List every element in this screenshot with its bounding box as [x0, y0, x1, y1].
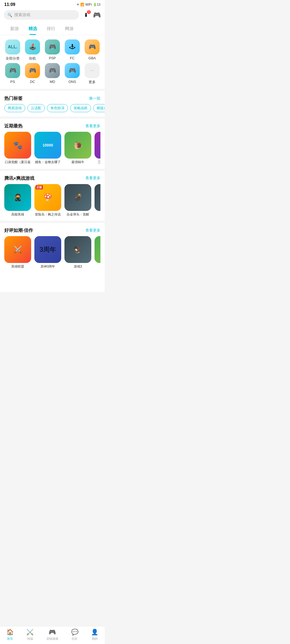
game-icon-fish: 10000	[34, 132, 61, 159]
hot-tags-refresh[interactable]: 换一批	[89, 96, 100, 101]
category-ps-label: PS	[10, 80, 15, 84]
tencent-section: 🥷 高能英雄 🍄 正版 冒险岛：枫之传说 💣 合金弹头：觉醒 🪖	[0, 184, 105, 221]
game-icon-snail: 🐌	[64, 132, 91, 159]
signal-icon: 📶	[80, 3, 84, 6]
game-label-review-2: 原神3周年	[34, 265, 61, 269]
tencent-game-list: 🥷 高能英雄 🍄 正版 冒险岛：枫之传说 💣 合金弹头：觉醒 🪖	[4, 184, 100, 217]
game-item-darkzone[interactable]: 🪖 暗区突围	[95, 184, 100, 217]
category-more-label: 更多	[89, 80, 96, 85]
tags-list: 网易游戏 云适配 角色扮演 策略战棋 横版过关 格斗	[0, 104, 105, 116]
game-item-review-1[interactable]: ⚔️ 英雄联盟	[4, 236, 31, 269]
game-item-snail[interactable]: 🐌 最强蜗牛	[64, 132, 91, 164]
status-icons: ✳ 📶 WiFi 🔋13	[77, 3, 100, 6]
hot-tags-header: 热门标签 换一批	[0, 91, 105, 104]
category-fc-label: FC	[70, 56, 74, 60]
category-md[interactable]: 🎮 MD	[43, 63, 62, 85]
recent-hot-title: 近期最热	[4, 123, 23, 129]
game-label-metalbullet: 合金弹头：觉醒	[64, 213, 91, 217]
category-gba[interactable]: 🎮 GBA	[83, 39, 102, 61]
game-label-darkzone: 暗区突围	[95, 213, 100, 217]
battery-icon: 🔋13	[93, 3, 100, 6]
download-badge: 1	[87, 10, 91, 14]
game-item-threekingdoms[interactable]: ⚔️ 三国志·战略版	[95, 132, 100, 164]
game-label-gaoneng: 高能英雄	[4, 213, 31, 217]
category-gba-icon: 🎮	[85, 39, 100, 54]
recent-hot-header: 近期最热 查看更多	[0, 119, 105, 132]
good-reviews-header: 好评如潮·佳作 查看更多	[0, 223, 105, 236]
tab-featured[interactable]: 精选	[24, 23, 42, 35]
category-more[interactable]: ··· 更多	[83, 63, 102, 85]
category-more-icon: ···	[85, 63, 100, 78]
game-icon-review-3: 🦅	[64, 236, 91, 263]
game-icon-darkzone: 🪖	[95, 184, 100, 211]
good-reviews-title: 好评如潮·佳作	[4, 227, 33, 233]
tag-netease[interactable]: 网易游戏	[4, 104, 25, 112]
tab-new[interactable]: 新游	[5, 23, 24, 35]
good-reviews-more[interactable]: 查看更多	[85, 228, 100, 233]
category-all[interactable]: ALL. 全部分类	[3, 39, 22, 61]
category-psp[interactable]: 🎮 PSP	[43, 39, 62, 61]
game-item-fish[interactable]: 10000 捕鱼：金蟾去哪了	[34, 132, 61, 164]
tencent-more[interactable]: 查看更多	[85, 176, 100, 181]
game-icon-metalbullet: 💣	[64, 184, 91, 211]
game-item-gaoneng[interactable]: 🥷 高能英雄	[4, 184, 31, 217]
wifi-icon: WiFi	[85, 3, 92, 6]
recent-hot-more[interactable]: 查看更多	[85, 124, 100, 129]
category-ons[interactable]: 🎮 ONS	[63, 63, 82, 85]
category-dc-label: DC	[30, 80, 35, 84]
game-label-fish: 捕鱼：金蟾去哪了	[34, 160, 61, 164]
category-psp-icon: 🎮	[45, 39, 60, 54]
game-icon-threekingdoms: ⚔️	[95, 132, 100, 159]
game-label-review-1: 英雄联盟	[4, 265, 31, 269]
good-reviews-section: ⚔️ 英雄联盟 3周年 原神3周年 🦅 游戏3 ⛏️ 游戏4	[0, 236, 105, 273]
game-label-review-3: 游戏3	[64, 265, 91, 269]
gamepad-icon[interactable]: 🎮	[93, 11, 101, 19]
category-ps[interactable]: 🎮 PS	[3, 63, 22, 85]
category-md-icon: 🎮	[45, 63, 60, 78]
category-ps-icon: 🎮	[5, 63, 20, 78]
category-ons-icon: 🎮	[65, 63, 80, 78]
game-icon-review-1: ⚔️	[4, 236, 31, 263]
game-item-adventure[interactable]: 🍄 正版 冒险岛：枫之传说	[34, 184, 61, 217]
tencent-header: 腾讯×爽战游戏 查看更多	[0, 171, 105, 184]
search-box[interactable]: 🔍 搜索游戏	[4, 10, 79, 20]
game-label-threekingdoms: 三国志·战略版	[95, 160, 100, 164]
status-bar: 11:09 ✳ 📶 WiFi 🔋13	[0, 0, 105, 8]
game-icon-adventure: 🍄 正版	[34, 184, 61, 211]
category-gba-label: GBA	[88, 56, 96, 60]
category-all-label: 全部分类	[6, 56, 20, 61]
game-item-review-3[interactable]: 🦅 游戏3	[64, 236, 91, 269]
game-item-review-4[interactable]: ⛏️ 游戏4	[95, 236, 100, 269]
search-right-icons: ⬇ 1 🎮	[82, 11, 101, 19]
tabs: 新游 精选 排行 网游	[0, 23, 105, 35]
category-dc[interactable]: 🎮 DC	[23, 63, 42, 85]
recent-hot-section: 🐾 口袋觉醒（夏日嘉 10000 捕鱼：金蟾去哪了 🐌 最强蜗牛 ⚔️	[0, 132, 105, 169]
search-bar: 🔍 搜索游戏 ⬇ 1 🎮	[0, 8, 105, 23]
hot-tags-title: 热门标签	[4, 95, 23, 101]
game-item-metalbullet[interactable]: 💣 合金弹头：觉醒	[64, 184, 91, 217]
tag-cloud[interactable]: 云适配	[27, 104, 45, 112]
search-placeholder: 搜索游戏	[14, 12, 30, 17]
game-label-pocket: 口袋觉醒（夏日嘉	[4, 160, 31, 164]
download-button[interactable]: ⬇ 1	[82, 11, 90, 19]
tag-role[interactable]: 角色扮演	[47, 104, 68, 112]
game-icon-gaoneng: 🥷	[4, 184, 31, 211]
tab-rank[interactable]: 排行	[42, 23, 60, 35]
category-arcade[interactable]: 🕹️ 街机	[23, 39, 42, 61]
category-all-icon: ALL.	[5, 39, 20, 54]
tab-online[interactable]: 网游	[60, 23, 78, 35]
tag-strategy[interactable]: 策略战棋	[70, 104, 91, 112]
tag-side[interactable]: 横版过关	[93, 104, 105, 112]
game-item-pocket[interactable]: 🐾 口袋觉醒（夏日嘉	[4, 132, 31, 164]
game-label-review-4: 游戏4	[95, 265, 100, 269]
good-reviews-list: ⚔️ 英雄联盟 3周年 原神3周年 🦅 游戏3 ⛏️ 游戏4	[4, 236, 100, 269]
category-row-1: ALL. 全部分类 🕹️ 街机 🎮 PSP 🕹 FC 🎮 GBA	[3, 39, 102, 61]
main-content: ALL. 全部分类 🕹️ 街机 🎮 PSP 🕹 FC 🎮 GBA	[0, 35, 105, 292]
game-item-review-2[interactable]: 3周年 原神3周年	[34, 236, 61, 269]
category-arcade-icon: 🕹️	[25, 39, 40, 54]
bluetooth-icon: ✳	[77, 3, 79, 6]
category-arcade-label: 街机	[29, 56, 36, 61]
category-fc[interactable]: 🕹 FC	[63, 39, 82, 61]
search-icon: 🔍	[8, 13, 12, 17]
tencent-title: 腾讯×爽战游戏	[4, 175, 34, 181]
